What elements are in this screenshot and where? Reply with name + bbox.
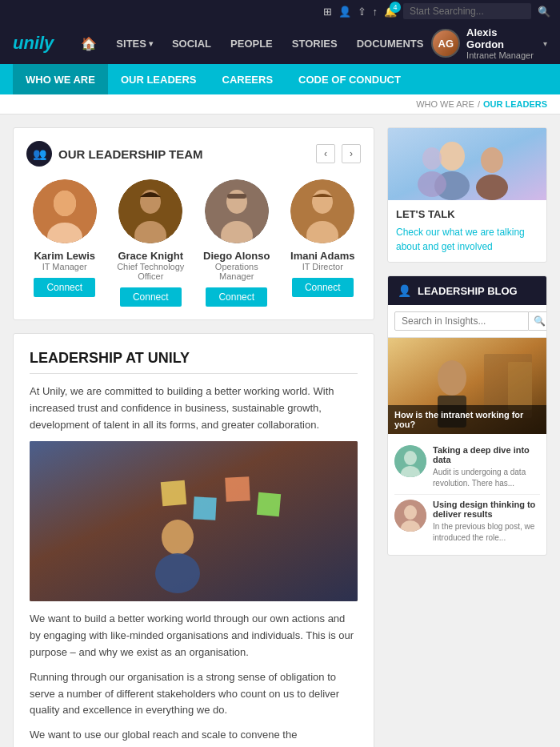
blog-item-excerpt-2: In the previous blog post, we introduced… xyxy=(433,521,540,544)
next-arrow[interactable]: › xyxy=(342,144,361,163)
subnav-code-of-conduct[interactable]: CODE OF CONDUCT xyxy=(286,64,414,94)
member-role-diego: Operations Manager xyxy=(198,262,275,281)
blog-item-2[interactable]: Using design thinking to deliver results… xyxy=(394,495,540,548)
nav-stories-label: STORIES xyxy=(292,38,338,50)
svg-point-34 xyxy=(404,451,417,465)
member-photo-karim xyxy=(33,179,97,243)
main-column: 👥 OUR LEADERSHIP TEAM ‹ › xyxy=(13,127,374,747)
card-title: 👥 OUR LEADERSHIP TEAM xyxy=(26,141,203,167)
blog-search: 🔍 xyxy=(388,305,546,338)
nav-stories[interactable]: STORIES xyxy=(284,33,346,54)
blog-title: LEADERSHIP BLOG xyxy=(418,285,518,297)
subnav-careers[interactable]: CAREERS xyxy=(210,64,286,94)
nav-sites-label: SITES xyxy=(116,38,146,50)
blog-item-1[interactable]: Taking a deep dive into data Audit is un… xyxy=(394,440,540,495)
article-image xyxy=(30,441,358,601)
article-card: LEADERSHIP AT UNILY At Unily, we are com… xyxy=(13,333,374,747)
svg-rect-17 xyxy=(225,477,250,503)
upload-icon[interactable]: ↑ xyxy=(373,6,378,18)
search-input[interactable] xyxy=(403,3,531,19)
nav-home[interactable]: 🏠 xyxy=(73,31,105,56)
user-name: Alexis Gordon xyxy=(466,26,537,50)
article-para3: We want to use our global reach and scal… xyxy=(30,727,358,747)
user-chevron-icon[interactable]: ▾ xyxy=(543,39,547,48)
lets-talk-link[interactable]: Check our what we are talking about and … xyxy=(396,227,525,252)
blog-item-text-1: Taking a deep dive into data Audit is un… xyxy=(433,445,540,489)
svg-point-25 xyxy=(476,175,508,200)
user-role: Intranet Manager xyxy=(466,50,537,60)
notification-icon[interactable]: 🔔 4 xyxy=(384,6,397,18)
member-face-grace xyxy=(118,179,182,243)
member-photo-grace xyxy=(118,179,182,243)
breadcrumb: WHO WE ARE / OUR LEADERS xyxy=(0,94,560,114)
top-utility-bar: ⊞ 👤 ⇧ ↑ 🔔 4 🔍 xyxy=(0,0,560,22)
blog-item-title-2: Using design thinking to deliver results xyxy=(433,500,540,519)
svg-point-19 xyxy=(162,520,194,555)
nav-documents[interactable]: DOCUMENTS xyxy=(349,33,432,54)
svg-point-12 xyxy=(312,190,333,214)
lets-talk-title: LET'S TALK xyxy=(396,208,538,220)
member-name-grace: Grace Knight xyxy=(113,250,190,262)
nav-people-label: PEOPLE xyxy=(230,38,273,50)
lets-talk-image xyxy=(388,128,546,200)
member-photo-imani xyxy=(290,179,354,243)
member-diego: Diego Alonso Operations Manager Connect xyxy=(198,179,275,307)
member-role-karim: IT Manager xyxy=(26,262,103,271)
carousel-nav: ‹ › xyxy=(316,144,361,163)
breadcrumb-separator: / xyxy=(478,99,480,109)
prev-arrow[interactable]: ‹ xyxy=(316,144,335,163)
svg-point-27 xyxy=(418,171,446,197)
member-grace: Grace Knight Chief Technology Officer Co… xyxy=(113,179,190,307)
user-area[interactable]: AG Alexis Gordon Intranet Manager ▾ xyxy=(431,26,547,60)
breadcrumb-parent[interactable]: WHO WE ARE xyxy=(416,99,474,109)
article-intro: At Unily, we are committed to building a… xyxy=(30,384,358,433)
member-karim: Karim Lewis IT Manager Connect xyxy=(26,179,103,307)
article-title: LEADERSHIP AT UNILY xyxy=(30,350,358,374)
connect-btn-imani[interactable]: Connect xyxy=(292,278,354,297)
member-face-diego xyxy=(205,179,269,243)
nav-social[interactable]: SOCIAL xyxy=(164,33,219,54)
people-icon[interactable]: 👤 xyxy=(338,6,351,18)
lets-talk-card: LET'S TALK Check our what we are talking… xyxy=(387,127,547,263)
svg-rect-10 xyxy=(227,194,246,199)
lets-talk-body: LET'S TALK Check our what we are talking… xyxy=(388,200,546,262)
blog-header: 👤 LEADERSHIP BLOG xyxy=(388,276,546,305)
subnav-who-we-are[interactable]: WHO WE ARE xyxy=(13,64,108,94)
member-name-karim: Karim Lewis xyxy=(26,250,103,262)
grid-icon[interactable]: ⊞ xyxy=(323,6,332,18)
svg-point-20 xyxy=(155,553,200,593)
connect-btn-karim[interactable]: Connect xyxy=(34,278,95,297)
notification-count: 4 xyxy=(390,2,401,13)
page-content: 👥 OUR LEADERSHIP TEAM ‹ › xyxy=(0,114,560,747)
blog-item-excerpt-1: Audit is undergoing a data revolution. T… xyxy=(433,467,540,489)
blog-search-btn[interactable]: 🔍 xyxy=(529,311,547,331)
svg-point-8 xyxy=(226,190,247,214)
team-members: Karim Lewis IT Manager Connect xyxy=(26,179,361,307)
nav-sites[interactable]: SITES ▾ xyxy=(108,33,161,54)
article-image-inner xyxy=(30,441,358,601)
nav-people[interactable]: PEOPLE xyxy=(222,33,281,54)
blog-search-input[interactable] xyxy=(394,311,529,331)
blog-featured-caption: How is the intranet working for you? xyxy=(388,405,546,434)
member-photo-diego xyxy=(205,179,269,243)
logo[interactable]: unily xyxy=(13,33,54,54)
member-name-imani: Imani Adams xyxy=(285,250,362,262)
utility-icons: ⊞ 👤 ⇧ ↑ 🔔 4 🔍 xyxy=(323,3,551,19)
svg-rect-15 xyxy=(161,480,187,507)
member-role-grace: Chief Technology Officer xyxy=(113,262,190,281)
svg-rect-32 xyxy=(508,362,532,410)
svg-point-29 xyxy=(438,360,466,396)
svg-point-24 xyxy=(481,147,503,173)
share-icon[interactable]: ⇧ xyxy=(358,6,366,18)
search-icon[interactable]: 🔍 xyxy=(538,6,550,18)
subnav-our-leaders[interactable]: OUR LEADERS xyxy=(108,64,210,94)
member-face-imani xyxy=(290,179,354,243)
main-nav: unily 🏠 SITES ▾ SOCIAL PEOPLE STORIES DO… xyxy=(0,22,560,64)
connect-btn-grace[interactable]: Connect xyxy=(120,287,182,307)
article-para2: Running through our organisation is a st… xyxy=(30,669,358,719)
blog-thumb-1 xyxy=(394,445,426,477)
blog-items: Taking a deep dive into data Audit is un… xyxy=(388,434,546,555)
blog-featured-image[interactable]: How is the intranet working for you? xyxy=(388,338,546,434)
connect-btn-diego[interactable]: Connect xyxy=(206,287,267,307)
leadership-blog-card: 👤 LEADERSHIP BLOG 🔍 xyxy=(387,275,547,556)
